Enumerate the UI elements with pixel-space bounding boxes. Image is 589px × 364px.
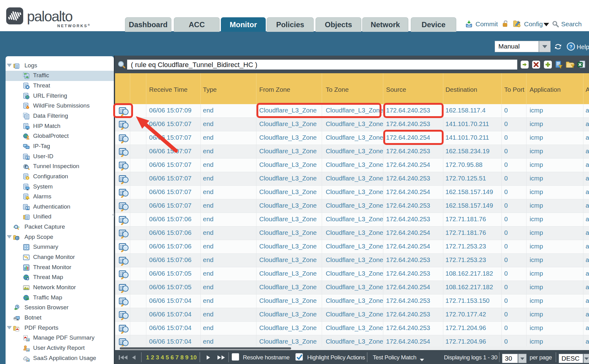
svg-text:?: ? xyxy=(570,44,572,49)
